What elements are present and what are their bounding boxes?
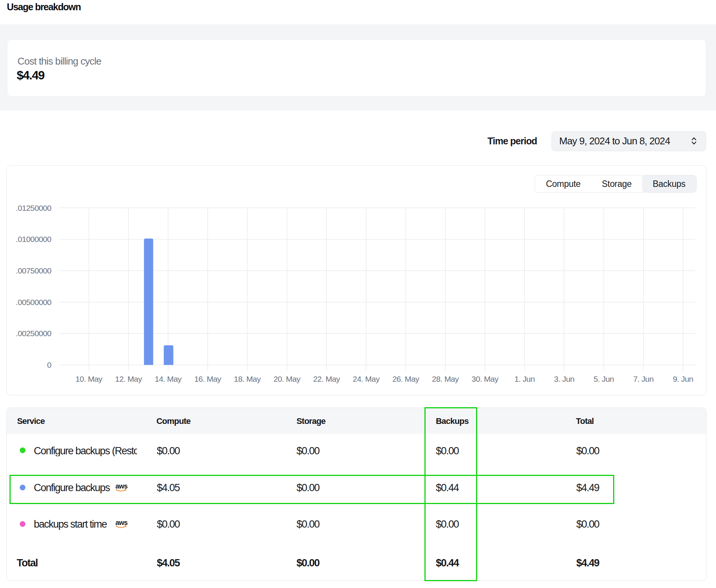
svg-text:5. Jun: 5. Jun bbox=[593, 375, 614, 383]
svg-text:3. Jun: 3. Jun bbox=[554, 375, 574, 383]
svg-text:1. Jun: 1. Jun bbox=[514, 375, 535, 383]
svg-text:14. May: 14. May bbox=[155, 375, 182, 383]
svg-text:30. May: 30. May bbox=[472, 375, 499, 383]
svg-text:.01000000: .01000000 bbox=[16, 235, 51, 243]
svg-text:.00500000: .00500000 bbox=[16, 298, 51, 307]
svg-text:0: 0 bbox=[47, 360, 51, 369]
svg-text:.01250000: .01250000 bbox=[16, 204, 51, 212]
svg-text:12. May: 12. May bbox=[115, 375, 142, 383]
svg-text:28. May: 28. May bbox=[432, 375, 459, 383]
svg-text:.00750000: .00750000 bbox=[16, 266, 51, 275]
svg-text:.00250000: .00250000 bbox=[16, 329, 51, 338]
svg-text:18. May: 18. May bbox=[234, 375, 261, 383]
svg-text:20. May: 20. May bbox=[273, 375, 301, 383]
svg-text:24. May: 24. May bbox=[353, 375, 380, 383]
svg-text:22. May: 22. May bbox=[313, 375, 341, 383]
svg-text:10. May: 10. May bbox=[76, 375, 103, 383]
svg-text:16. May: 16. May bbox=[194, 375, 222, 383]
svg-text:26. May: 26. May bbox=[392, 375, 420, 383]
svg-text:9. Jun: 9. Jun bbox=[673, 375, 693, 383]
svg-text:7. Jun: 7. Jun bbox=[633, 375, 654, 383]
